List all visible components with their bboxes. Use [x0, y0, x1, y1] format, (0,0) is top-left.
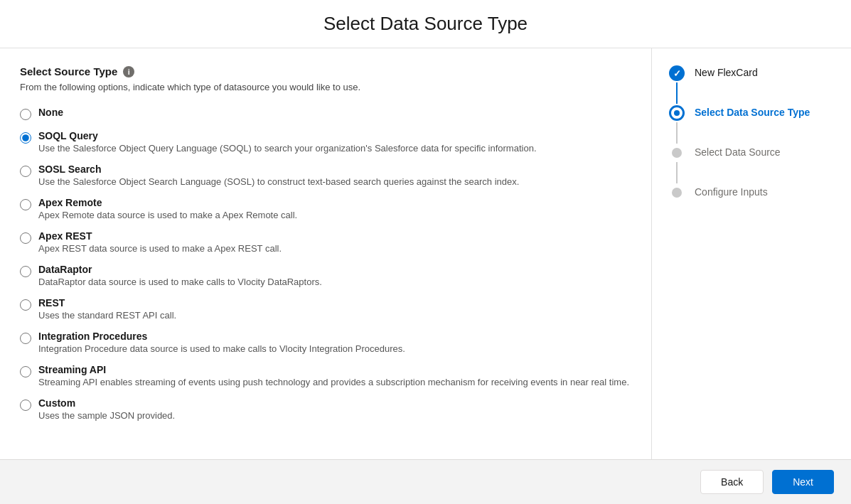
- label-apex_remote: Apex Remote: [38, 197, 297, 208]
- step-connector-select-data-source-type: [676, 122, 678, 144]
- radio-apex_remote[interactable]: [20, 199, 31, 210]
- radio-integration[interactable]: [20, 333, 31, 344]
- option-streaming[interactable]: Streaming APIStreaming API enables strea…: [20, 364, 631, 387]
- option-sosl[interactable]: SOSL SearchUse the Salesforce Object Sea…: [20, 163, 631, 187]
- wizard-panel: ✓New FlexCardSelect Data Source TypeSele…: [652, 48, 851, 459]
- left-panel: Select Source Type i From the following …: [0, 48, 652, 459]
- desc-rest: Uses the standard REST API call.: [38, 310, 176, 321]
- label-sosl: SOSL Search: [38, 163, 519, 175]
- label-streaming: Streaming API: [38, 364, 629, 375]
- wizard-step-configure-inputs: Configure Inputs: [669, 185, 834, 200]
- step-circle-select-data-source: [672, 148, 682, 158]
- radio-streaming[interactable]: [20, 366, 31, 377]
- page-header: Select Data Source Type: [0, 0, 851, 48]
- radio-rest[interactable]: [20, 299, 31, 311]
- step-connector-select-data-source: [676, 162, 678, 183]
- wizard-steps: ✓New FlexCardSelect Data Source TypeSele…: [669, 63, 834, 200]
- desc-streaming: Streaming API enables streaming of event…: [38, 377, 629, 387]
- main-content: Select Source Type i From the following …: [0, 48, 851, 459]
- option-dataraptor[interactable]: DataRaptorDataRaptor data source is used…: [20, 264, 631, 287]
- desc-dataraptor: DataRaptor data source is used to make c…: [38, 277, 322, 287]
- radio-apex_rest[interactable]: [20, 232, 31, 244]
- option-soql[interactable]: SOQL QueryUse the Salesforce Object Quer…: [20, 130, 631, 154]
- radio-soql[interactable]: [20, 132, 31, 144]
- desc-apex_remote: Apex Remote data source is used to make …: [38, 210, 297, 220]
- back-button[interactable]: Back: [700, 470, 764, 494]
- radio-custom[interactable]: [20, 400, 31, 411]
- option-apex_remote[interactable]: Apex RemoteApex Remote data source is us…: [20, 197, 631, 220]
- label-soql: SOQL Query: [38, 130, 537, 141]
- step-label-select-data-source: Select Data Source: [695, 145, 781, 158]
- wizard-step-select-data-source-type: Select Data Source Type: [669, 105, 834, 145]
- radio-dataraptor[interactable]: [20, 266, 31, 277]
- desc-soql: Use the Salesforce Object Query Language…: [38, 143, 537, 154]
- radio-none[interactable]: [20, 109, 31, 120]
- footer: Back Next: [0, 459, 851, 504]
- label-rest: REST: [38, 297, 176, 309]
- label-integration: Integration Procedures: [38, 331, 405, 342]
- radio-sosl[interactable]: [20, 166, 31, 177]
- label-custom: Custom: [38, 397, 175, 409]
- page-title: Select Data Source Type: [0, 13, 851, 35]
- section-description: From the following options, indicate whi…: [20, 82, 631, 92]
- step-circle-configure-inputs: [672, 188, 682, 198]
- wizard-step-new-flexcard: ✓New FlexCard: [669, 65, 834, 105]
- section-title: Select Source Type i: [20, 65, 631, 77]
- option-custom[interactable]: CustomUses the sample JSON provided.: [20, 397, 631, 421]
- step-label-new-flexcard: New FlexCard: [695, 65, 758, 78]
- info-icon[interactable]: i: [123, 66, 134, 77]
- step-circle-select-data-source-type: [669, 105, 685, 121]
- desc-sosl: Use the Salesforce Object Search Languag…: [38, 176, 519, 187]
- wizard-step-select-data-source: Select Data Source: [669, 145, 834, 185]
- label-dataraptor: DataRaptor: [38, 264, 322, 275]
- option-rest[interactable]: RESTUses the standard REST API call.: [20, 297, 631, 321]
- option-integration[interactable]: Integration ProceduresIntegration Proced…: [20, 331, 631, 354]
- desc-apex_rest: Apex REST data source is used to make a …: [38, 243, 282, 254]
- option-none[interactable]: None: [20, 107, 631, 120]
- label-apex_rest: Apex REST: [38, 230, 282, 242]
- desc-custom: Uses the sample JSON provided.: [38, 410, 175, 421]
- step-label-configure-inputs: Configure Inputs: [695, 185, 768, 198]
- option-apex_rest[interactable]: Apex RESTApex REST data source is used t…: [20, 230, 631, 254]
- desc-integration: Integration Procedure data source is use…: [38, 343, 405, 354]
- step-label-select-data-source-type: Select Data Source Type: [695, 105, 810, 118]
- options-list: NoneSOQL QueryUse the Salesforce Object …: [20, 107, 631, 421]
- step-circle-new-flexcard: ✓: [669, 65, 685, 81]
- next-button[interactable]: Next: [772, 470, 834, 494]
- label-none: None: [38, 107, 63, 118]
- step-connector-new-flexcard: [676, 82, 678, 104]
- section-title-text: Select Source Type: [20, 65, 117, 77]
